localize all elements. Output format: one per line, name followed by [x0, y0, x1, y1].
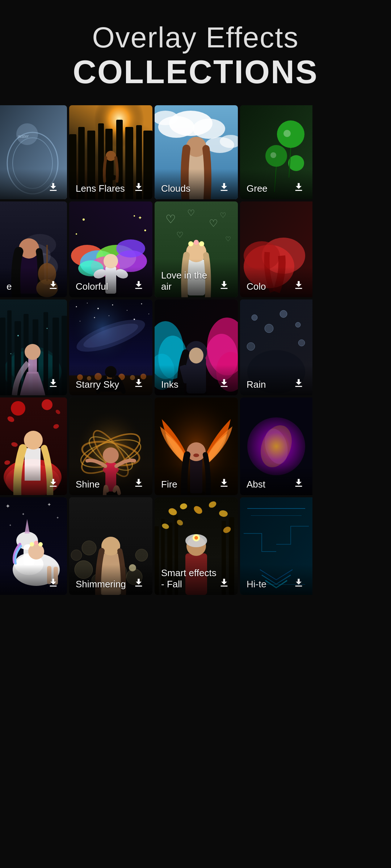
svg-point-101: [76, 306, 77, 307]
card-label-shine: Shine: [69, 465, 152, 495]
download-button-smart-effects-fall[interactable]: [217, 575, 231, 590]
svg-text:✦: ✦: [9, 524, 12, 527]
card-label-love-in-air: Love in the air: [155, 259, 238, 297]
svg-point-107: [80, 321, 80, 322]
svg-point-165: [103, 447, 119, 463]
svg-point-93: [47, 328, 48, 329]
svg-text:✦: ✦: [138, 215, 142, 221]
svg-point-138: [280, 310, 287, 318]
card-clouds[interactable]: Clouds: [155, 105, 238, 199]
svg-point-188: [34, 541, 38, 545]
svg-point-30: [283, 130, 291, 137]
svg-point-141: [298, 340, 305, 346]
download-button-fantasy-forest[interactable]: [46, 376, 60, 390]
svg-point-61: [104, 254, 118, 268]
card-name-fire: Fire: [161, 479, 177, 490]
download-button-hi-tech[interactable]: [291, 575, 306, 590]
card-name-lens-flares: Lens Flares: [76, 183, 125, 194]
card-name-green: Gree: [247, 183, 268, 194]
svg-text:✦: ✦: [5, 503, 10, 509]
svg-point-140: [247, 342, 255, 350]
card-fire[interactable]: Fire: [155, 397, 238, 495]
card-label-rose-petals: [0, 465, 67, 495]
svg-text:✦: ✦: [56, 516, 59, 520]
download-button-unicorn[interactable]: [46, 575, 60, 590]
svg-point-22: [193, 119, 225, 139]
card-rose-petals[interactable]: [0, 397, 67, 495]
card-label-hi-tech: Hi-te: [240, 565, 312, 595]
svg-point-108: [94, 317, 95, 318]
card-love-in-air[interactable]: ♡ ♡ ♡ ♡ ♡ ♡: [155, 201, 238, 297]
download-button-shimmering[interactable]: [131, 575, 146, 590]
svg-point-189: [38, 542, 43, 546]
svg-point-153: [11, 401, 25, 416]
card-label-smart-effects-fall: Smart effects - Fall: [155, 557, 238, 595]
download-button-shine[interactable]: [131, 476, 146, 490]
svg-point-198: [82, 541, 96, 555]
download-button-colorful[interactable]: [131, 278, 146, 292]
download-button-abstract[interactable]: [291, 476, 306, 490]
card-label-colorful: Colorful: [69, 267, 152, 297]
download-button-guitar[interactable]: [46, 278, 60, 292]
svg-point-54: [83, 218, 85, 221]
svg-text:♡: ♡: [187, 208, 195, 218]
card-starry-sky[interactable]: Starry Sky: [69, 299, 152, 395]
download-button-clouds[interactable]: [217, 180, 231, 194]
card-color-splash[interactable]: Colo: [240, 201, 312, 297]
card-unicorn[interactable]: ✦ ✦ ✦ ✦ ✦: [0, 497, 67, 595]
svg-text:water: water: [18, 134, 29, 139]
svg-point-109: [109, 315, 109, 316]
svg-point-106: [141, 303, 142, 305]
download-button-lens-flares[interactable]: [131, 180, 146, 194]
download-button-love-in-air[interactable]: [217, 278, 231, 292]
card-smart-effects-fall[interactable]: Smart effects - Fall: [155, 497, 238, 595]
svg-point-31: [265, 145, 287, 167]
card-shine[interactable]: Shine: [69, 397, 152, 495]
card-name-clouds: Clouds: [161, 183, 190, 194]
grid-row-5: ✦ ✦ ✦ ✦ ✦: [0, 497, 391, 595]
download-button-fire[interactable]: [217, 476, 231, 490]
download-button-color-splash[interactable]: [291, 278, 306, 292]
svg-point-197: [71, 550, 82, 561]
card-label-lens-flares: Lens Flares: [69, 169, 152, 199]
card-hi-tech[interactable]: Hi-te: [240, 497, 312, 595]
download-button-water-horse[interactable]: [46, 180, 60, 194]
card-label-guitar: e: [0, 267, 67, 297]
card-name-rain: Rain: [247, 379, 266, 390]
svg-point-57: [76, 233, 77, 235]
card-shimmering[interactable]: Shimmering: [69, 497, 152, 595]
grid-row-2: e: [0, 201, 391, 297]
card-name-hi-tech: Hi-te: [247, 579, 266, 590]
svg-point-154: [42, 399, 52, 410]
svg-point-80: [244, 241, 280, 270]
download-button-rain[interactable]: [291, 376, 306, 390]
svg-point-102: [87, 303, 88, 303]
card-colorful[interactable]: ✦ Colorful: [69, 201, 152, 297]
download-button-starry-sky[interactable]: [131, 376, 146, 390]
card-rain[interactable]: Rain: [240, 299, 312, 395]
download-button-rose-petals[interactable]: [46, 476, 60, 490]
svg-text:♡: ♡: [165, 213, 176, 226]
header-subtitle: COLLECTIONS: [7, 54, 384, 91]
card-name-guitar: e: [7, 281, 12, 292]
svg-point-55: [134, 215, 135, 217]
card-lens-flares[interactable]: Lens Flares: [69, 105, 152, 199]
card-label-rain: Rain: [240, 365, 312, 395]
svg-point-137: [265, 324, 273, 333]
card-guitar[interactable]: e: [0, 201, 67, 297]
svg-point-111: [148, 314, 149, 314]
download-button-inks[interactable]: [217, 376, 231, 390]
svg-text:♡: ♡: [209, 218, 218, 229]
card-abstract[interactable]: Abst: [240, 397, 312, 495]
card-label-fantasy-forest: [0, 365, 67, 395]
card-green[interactable]: Gree: [240, 105, 312, 199]
svg-rect-229: [251, 515, 302, 516]
card-water-horse[interactable]: water: [0, 105, 67, 199]
card-fantasy-forest[interactable]: [0, 299, 67, 395]
card-name-colorful: Colorful: [76, 281, 108, 292]
download-button-green[interactable]: [291, 180, 306, 194]
card-label-starry-sky: Starry Sky: [69, 365, 152, 395]
card-inks[interactable]: Inks: [155, 299, 238, 395]
svg-point-105: [127, 310, 127, 311]
svg-point-74: [188, 241, 193, 246]
